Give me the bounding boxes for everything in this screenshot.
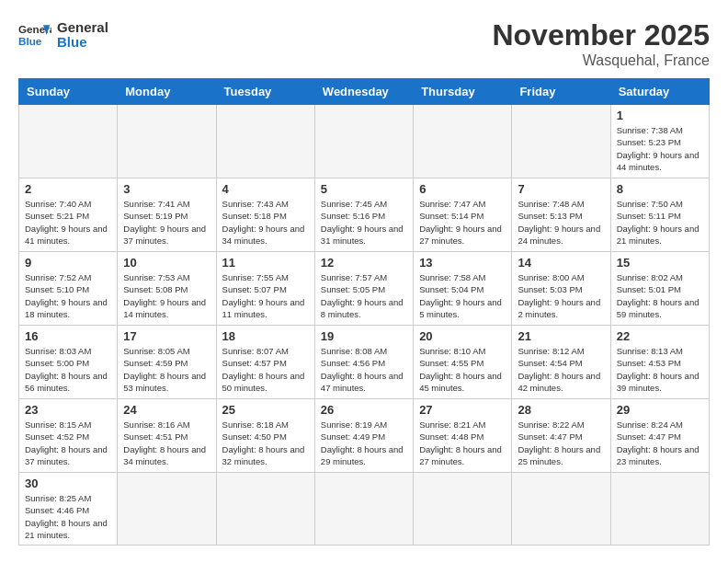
header-tuesday: Tuesday: [216, 79, 314, 105]
header-saturday: Saturday: [610, 79, 709, 105]
calendar-cell: 8Sunrise: 7:50 AM Sunset: 5:11 PM Daylig…: [610, 178, 709, 252]
day-number: 2: [25, 182, 111, 196]
day-info: Sunrise: 8:18 AM Sunset: 4:50 PM Dayligh…: [222, 419, 309, 467]
day-number: 16: [25, 329, 111, 343]
header-friday: Friday: [512, 79, 610, 105]
day-number: 20: [419, 329, 506, 343]
calendar-cell: 28Sunrise: 8:22 AM Sunset: 4:47 PM Dayli…: [512, 399, 610, 473]
day-info: Sunrise: 7:57 AM Sunset: 5:05 PM Dayligh…: [321, 271, 407, 320]
day-info: Sunrise: 7:41 AM Sunset: 5:19 PM Dayligh…: [123, 198, 210, 247]
title-area: November 2025 Wasquehal, France: [492, 18, 710, 69]
calendar-cell: [414, 473, 512, 546]
logo-general: General: [57, 20, 108, 36]
day-number: 12: [321, 256, 407, 270]
day-number: 18: [222, 329, 309, 343]
calendar-cell: [414, 105, 512, 178]
calendar-cell: 10Sunrise: 7:53 AM Sunset: 5:08 PM Dayli…: [118, 252, 216, 326]
day-info: Sunrise: 8:07 AM Sunset: 4:57 PM Dayligh…: [222, 345, 309, 394]
day-info: Sunrise: 8:22 AM Sunset: 4:47 PM Dayligh…: [518, 419, 604, 467]
day-info: Sunrise: 7:50 AM Sunset: 5:11 PM Dayligh…: [617, 198, 703, 247]
day-number: 3: [123, 182, 210, 196]
calendar-row-1: 1Sunrise: 7:38 AM Sunset: 5:23 PM Daylig…: [19, 105, 710, 178]
calendar-cell: 30Sunrise: 8:25 AM Sunset: 4:46 PM Dayli…: [19, 473, 118, 546]
calendar-cell: 22Sunrise: 8:13 AM Sunset: 4:53 PM Dayli…: [610, 326, 709, 399]
header: General Blue General Blue November 2025 …: [18, 18, 710, 69]
calendar-cell: 29Sunrise: 8:24 AM Sunset: 4:47 PM Dayli…: [610, 399, 709, 473]
day-number: 21: [518, 329, 604, 343]
day-info: Sunrise: 8:02 AM Sunset: 5:01 PM Dayligh…: [617, 271, 703, 320]
day-info: Sunrise: 7:53 AM Sunset: 5:08 PM Dayligh…: [123, 271, 210, 320]
day-info: Sunrise: 7:43 AM Sunset: 5:18 PM Dayligh…: [222, 198, 309, 247]
calendar-cell: 6Sunrise: 7:47 AM Sunset: 5:14 PM Daylig…: [414, 178, 512, 252]
day-info: Sunrise: 7:40 AM Sunset: 5:21 PM Dayligh…: [25, 198, 111, 247]
day-info: Sunrise: 8:10 AM Sunset: 4:55 PM Dayligh…: [419, 345, 506, 394]
calendar-row-6: 30Sunrise: 8:25 AM Sunset: 4:46 PM Dayli…: [19, 473, 710, 546]
day-number: 17: [123, 329, 210, 343]
day-number: 10: [123, 256, 210, 270]
calendar-cell: 3Sunrise: 7:41 AM Sunset: 5:19 PM Daylig…: [118, 178, 216, 252]
calendar-cell: 23Sunrise: 8:15 AM Sunset: 4:52 PM Dayli…: [19, 399, 118, 473]
calendar-cell: [118, 105, 216, 178]
day-info: Sunrise: 7:38 AM Sunset: 5:23 PM Dayligh…: [617, 124, 703, 173]
calendar-cell: 24Sunrise: 8:16 AM Sunset: 4:51 PM Dayli…: [118, 399, 216, 473]
day-info: Sunrise: 8:13 AM Sunset: 4:53 PM Dayligh…: [617, 345, 703, 394]
day-number: 9: [25, 256, 111, 270]
day-info: Sunrise: 7:58 AM Sunset: 5:04 PM Dayligh…: [419, 271, 506, 320]
day-number: 27: [419, 403, 506, 417]
calendar-cell: [512, 105, 610, 178]
calendar-cell: 13Sunrise: 7:58 AM Sunset: 5:04 PM Dayli…: [414, 252, 512, 326]
header-sunday: Sunday: [19, 79, 118, 105]
day-number: 11: [222, 256, 309, 270]
day-number: 23: [25, 403, 111, 417]
calendar-cell: [314, 105, 413, 178]
day-info: Sunrise: 8:19 AM Sunset: 4:49 PM Dayligh…: [321, 419, 407, 467]
calendar-cell: 1Sunrise: 7:38 AM Sunset: 5:23 PM Daylig…: [610, 105, 709, 178]
calendar-cell: 9Sunrise: 7:52 AM Sunset: 5:10 PM Daylig…: [19, 252, 118, 326]
calendar-cell: 19Sunrise: 8:08 AM Sunset: 4:56 PM Dayli…: [314, 326, 413, 399]
calendar-cell: [610, 473, 709, 546]
day-number: 13: [419, 256, 506, 270]
day-info: Sunrise: 8:21 AM Sunset: 4:48 PM Dayligh…: [419, 419, 506, 467]
calendar-cell: [512, 473, 610, 546]
day-number: 29: [617, 403, 703, 417]
calendar-cell: 7Sunrise: 7:48 AM Sunset: 5:13 PM Daylig…: [512, 178, 610, 252]
logo-icon: General Blue: [18, 18, 51, 52]
day-number: 4: [222, 182, 309, 196]
calendar-cell: 26Sunrise: 8:19 AM Sunset: 4:49 PM Dayli…: [314, 399, 413, 473]
location-title: Wasquehal, France: [492, 52, 710, 69]
calendar-cell: 17Sunrise: 8:05 AM Sunset: 4:59 PM Dayli…: [118, 326, 216, 399]
calendar: Sunday Monday Tuesday Wednesday Thursday…: [18, 78, 710, 546]
calendar-cell: 20Sunrise: 8:10 AM Sunset: 4:55 PM Dayli…: [414, 326, 512, 399]
calendar-cell: [216, 105, 314, 178]
day-info: Sunrise: 7:55 AM Sunset: 5:07 PM Dayligh…: [222, 271, 309, 320]
day-info: Sunrise: 8:03 AM Sunset: 5:00 PM Dayligh…: [25, 345, 111, 394]
day-info: Sunrise: 7:48 AM Sunset: 5:13 PM Dayligh…: [518, 198, 604, 247]
calendar-cell: [118, 473, 216, 546]
header-monday: Monday: [118, 79, 216, 105]
calendar-cell: 5Sunrise: 7:45 AM Sunset: 5:16 PM Daylig…: [314, 178, 413, 252]
day-number: 14: [518, 256, 604, 270]
calendar-row-5: 23Sunrise: 8:15 AM Sunset: 4:52 PM Dayli…: [19, 399, 710, 473]
day-info: Sunrise: 8:12 AM Sunset: 4:54 PM Dayligh…: [518, 345, 604, 394]
day-number: 26: [321, 403, 407, 417]
calendar-cell: 25Sunrise: 8:18 AM Sunset: 4:50 PM Dayli…: [216, 399, 314, 473]
day-number: 1: [617, 109, 703, 122]
month-title: November 2025: [492, 18, 710, 52]
calendar-cell: 11Sunrise: 7:55 AM Sunset: 5:07 PM Dayli…: [216, 252, 314, 326]
calendar-cell: [314, 473, 413, 546]
day-info: Sunrise: 8:05 AM Sunset: 4:59 PM Dayligh…: [123, 345, 210, 394]
day-number: 22: [617, 329, 703, 343]
day-info: Sunrise: 8:24 AM Sunset: 4:47 PM Dayligh…: [617, 419, 703, 467]
calendar-cell: 12Sunrise: 7:57 AM Sunset: 5:05 PM Dayli…: [314, 252, 413, 326]
logo-blue: Blue: [57, 35, 108, 51]
weekday-header-row: Sunday Monday Tuesday Wednesday Thursday…: [19, 79, 710, 105]
calendar-cell: 2Sunrise: 7:40 AM Sunset: 5:21 PM Daylig…: [19, 178, 118, 252]
day-number: 25: [222, 403, 309, 417]
day-info: Sunrise: 7:45 AM Sunset: 5:16 PM Dayligh…: [321, 198, 407, 247]
day-info: Sunrise: 8:00 AM Sunset: 5:03 PM Dayligh…: [518, 271, 604, 320]
day-info: Sunrise: 8:15 AM Sunset: 4:52 PM Dayligh…: [25, 419, 111, 467]
day-info: Sunrise: 8:25 AM Sunset: 4:46 PM Dayligh…: [25, 492, 111, 541]
day-info: Sunrise: 8:08 AM Sunset: 4:56 PM Dayligh…: [321, 345, 407, 394]
calendar-cell: 21Sunrise: 8:12 AM Sunset: 4:54 PM Dayli…: [512, 326, 610, 399]
day-number: 6: [419, 182, 506, 196]
